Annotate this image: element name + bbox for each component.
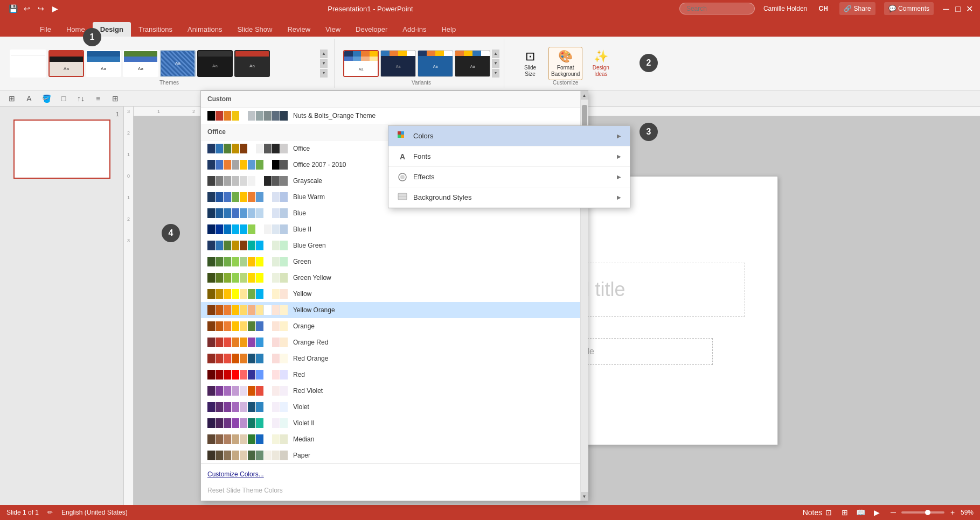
variant-1[interactable]: Aa (343, 50, 379, 77)
tab-animations[interactable]: Animations (180, 22, 230, 37)
move-up-button[interactable]: ↑↓ (73, 92, 88, 105)
tab-transitions[interactable]: Transitions (131, 22, 180, 37)
variants-scroll-down[interactable]: ▼ (492, 59, 499, 68)
search-input[interactable] (679, 3, 755, 15)
theme-blank[interactable] (10, 50, 46, 78)
svg-rect-1 (401, 131, 404, 135)
theme-name-bluegreen: Blue Green (293, 242, 326, 249)
variant-4[interactable]: Aa (455, 50, 490, 77)
custom-theme-item[interactable]: Nuts & Bolts_Orange Theme (201, 108, 580, 124)
reading-view-button[interactable]: 📖 (855, 507, 867, 518)
blue-swatches (207, 208, 288, 218)
normal-view-button[interactable]: ⊡ (823, 507, 835, 518)
tab-slideshow[interactable]: Slide Show (230, 22, 280, 37)
submenu-effects[interactable]: Effects ▶ (388, 167, 630, 187)
theme-item-red[interactable]: Red (201, 367, 580, 383)
theme-item-greenyellow[interactable]: Green Yellow (201, 270, 580, 286)
green-swatches (207, 257, 288, 266)
theme-pattern[interactable]: Aa (160, 50, 196, 77)
notes-button[interactable]: Notes (807, 507, 818, 518)
window-controls[interactable]: ─ □ ✕ (942, 5, 974, 12)
theme-item-violetii[interactable]: Violet II (201, 415, 580, 431)
slide-panel: 1 (0, 107, 124, 505)
median-swatches (207, 434, 288, 444)
tab-review[interactable]: Review (280, 22, 318, 37)
tab-file[interactable]: File (32, 22, 59, 37)
theme-item-paper[interactable]: Paper (201, 447, 580, 463)
theme-item-bluegreen[interactable]: Blue Green (201, 237, 580, 254)
theme-item-redviolet[interactable]: Red Violet (201, 383, 580, 399)
variant-3[interactable]: Aa (418, 50, 453, 77)
reset-colors-item[interactable]: Reset Slide Theme Colors (201, 482, 580, 498)
blueii-swatches (207, 224, 288, 234)
tab-help[interactable]: Help (434, 22, 463, 37)
slide-thumbnail[interactable] (13, 120, 110, 179)
submenu-panel[interactable]: Colors ▶ A Fonts ▶ Effects ▶ (388, 125, 630, 208)
edit-icon: ✏ (47, 509, 53, 516)
variants-scroll-up[interactable]: ▲ (492, 50, 499, 58)
theme-name-violet: Violet (293, 403, 309, 411)
design-ideas-button[interactable]: ✨ DesignIdeas (585, 47, 617, 80)
svg-rect-0 (398, 131, 401, 135)
theme-green[interactable]: Aa (123, 50, 158, 77)
theme-blue[interactable]: Aa (86, 50, 121, 77)
undo-button[interactable]: ↩ (20, 2, 33, 15)
variant-2[interactable]: Aa (380, 50, 416, 77)
theme-item-redorange[interactable]: Red Orange (201, 350, 580, 367)
fill-color-button[interactable]: 🪣 (39, 92, 54, 105)
theme-name-orangered: Orange Red (293, 339, 328, 346)
submenu-background-styles[interactable]: Background Styles ▶ (388, 187, 630, 208)
zoom-in-button[interactable]: + (947, 507, 958, 518)
zoom-out-button[interactable]: ─ (887, 507, 899, 518)
theme-orange[interactable]: Aa (234, 50, 270, 77)
fonts-label: Fonts (413, 152, 617, 160)
slideshow-button[interactable]: ▶ (871, 507, 883, 518)
tab-developer[interactable]: Developer (348, 22, 395, 37)
tab-addins[interactable]: Add-ins (395, 22, 434, 37)
theme-red[interactable]: Aa (48, 50, 84, 77)
format-bg-icon: 🎨 (558, 50, 573, 64)
share-button[interactable]: 🔗 Share (839, 2, 875, 15)
scroll-down-arrow[interactable]: ▼ (581, 492, 588, 501)
customize-colors-item[interactable]: Customize Colors... (201, 466, 580, 482)
window-title: Presentation1 - PowerPoint (328, 5, 413, 13)
present-button[interactable]: ▶ (48, 2, 61, 15)
group-button[interactable]: ⊞ (108, 92, 123, 105)
redo-button[interactable]: ↪ (34, 2, 47, 15)
variants-expand[interactable]: ▾ (492, 69, 499, 78)
submenu-fonts[interactable]: A Fonts ▶ (388, 146, 630, 167)
background-styles-label: Background Styles (413, 193, 617, 201)
save-button[interactable]: 💾 (6, 2, 19, 15)
theme-item-violet[interactable]: Violet (201, 399, 580, 415)
dropdown-footer: Customize Colors... Reset Slide Theme Co… (201, 463, 580, 501)
minimize-button[interactable]: ─ (942, 5, 950, 12)
themes-expand[interactable]: ▾ (320, 69, 328, 78)
arrange-button[interactable]: ⊞ (4, 92, 19, 105)
align-button[interactable]: ≡ (91, 92, 106, 105)
themes-scroll-down[interactable]: ▼ (320, 59, 328, 68)
theme-dark[interactable]: Aa (197, 50, 233, 77)
close-button[interactable]: ✕ (966, 5, 974, 12)
quick-access-toolbar[interactable]: 💾 ↩ ↪ ▶ (6, 2, 61, 15)
theme-item-yelloworange[interactable]: Yellow Orange (201, 302, 580, 318)
slide-size-button[interactable]: ⊡ SlideSize (514, 47, 546, 80)
theme-item-yellow[interactable]: Yellow (201, 286, 580, 302)
scroll-up-arrow[interactable]: ▲ (581, 91, 588, 100)
tab-view[interactable]: View (318, 22, 348, 37)
themes-scroll-up[interactable]: ▲ (320, 50, 328, 58)
submenu-colors[interactable]: Colors ▶ (388, 126, 630, 146)
shape-fill-button[interactable]: □ (56, 92, 71, 105)
font-color-button[interactable]: A (22, 92, 37, 105)
theme-item-median[interactable]: Median (201, 431, 580, 447)
maximize-button[interactable]: □ (954, 5, 962, 12)
theme-item-blueii[interactable]: Blue II (201, 221, 580, 237)
theme-item-orange[interactable]: Orange (201, 318, 580, 334)
effects-icon (397, 172, 408, 182)
format-background-button[interactable]: 🎨 FormatBackground (548, 47, 582, 80)
comments-button[interactable]: 💬 Comments (884, 2, 934, 15)
zoom-slider[interactable] (901, 511, 944, 514)
theme-item-orangered[interactable]: Orange Red (201, 334, 580, 350)
slide-sorter-button[interactable]: ⊞ (839, 507, 851, 518)
ribbon-themes-section: Aa Aa Aa Aa Aa Aa (4, 39, 335, 88)
theme-item-green[interactable]: Green (201, 254, 580, 270)
